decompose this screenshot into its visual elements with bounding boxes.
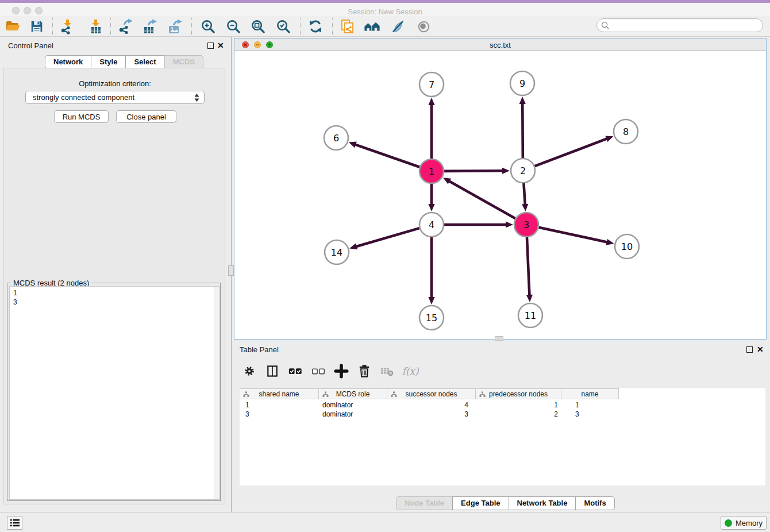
tab-mcds[interactable]: MCDS — [164, 55, 203, 69]
hide-graphics-button[interactable] — [388, 17, 407, 36]
table-row[interactable]: 3 dominator 3 2 3 — [240, 410, 619, 419]
column-header-name[interactable]: name — [561, 389, 619, 399]
tab-network-table[interactable]: Network Table — [509, 496, 576, 510]
home-button[interactable] — [363, 17, 382, 36]
delete-column-button[interactable] — [356, 363, 373, 380]
table-toolbar: f(x) — [240, 359, 765, 383]
graph-edge-4-14[interactable] — [355, 228, 419, 247]
float-panel-icon[interactable] — [207, 43, 214, 49]
import-network-icon — [59, 18, 75, 34]
show-hide-button[interactable] — [414, 17, 433, 36]
deselect-all-columns-button[interactable] — [310, 363, 327, 380]
control-panel: Control Panel ✕ Network Style Select MCD… — [0, 37, 230, 512]
home-icon — [364, 19, 381, 34]
graph-node-label-4: 4 — [429, 219, 434, 230]
horizontal-splitter-handle[interactable] — [495, 336, 503, 341]
graph-edge-3-1[interactable] — [448, 180, 515, 218]
graph-edge-1-6[interactable] — [354, 144, 419, 167]
unchecked-boxes-icon — [311, 364, 326, 379]
tab-style[interactable]: Style — [91, 55, 126, 69]
graph-edge-3-11[interactable] — [527, 237, 530, 296]
graph-edge-1-2[interactable] — [444, 171, 504, 171]
column-header-successor-nodes[interactable]: successor nodes — [387, 389, 476, 399]
window-title: Session: New Session — [0, 7, 770, 16]
cell-shared-name[interactable]: 3 — [240, 410, 319, 419]
table-settings-button[interactable] — [241, 363, 258, 380]
graph-edge-arrowhead — [605, 136, 613, 142]
memory-label: Memory — [736, 519, 763, 527]
cell-predecessor-nodes[interactable]: 1 — [476, 400, 561, 410]
search-input[interactable] — [613, 21, 763, 30]
zoom-fit-button[interactable] — [248, 17, 268, 36]
cell-name[interactable]: 1 — [561, 400, 619, 410]
save-session-button[interactable] — [27, 17, 47, 36]
function-builder-button-disabled: f(x) — [402, 363, 419, 380]
cell-mcds-role[interactable]: dominator — [319, 400, 387, 410]
graph-edge-arrowhead — [349, 244, 357, 250]
criterion-dropdown[interactable]: strongly connected component — [25, 91, 205, 104]
zoom-out-button[interactable] — [224, 17, 243, 36]
column-header-mcds-role[interactable]: MCDS role — [319, 389, 387, 399]
column-header-shared-name[interactable]: shared name — [240, 389, 319, 399]
list-icon — [10, 518, 20, 527]
toolbar-separator — [300, 18, 301, 35]
toggle-panes-button[interactable] — [264, 363, 281, 380]
mcds-result-textarea[interactable]: 1 3 — [9, 286, 220, 500]
export-network-button[interactable] — [116, 17, 135, 36]
graph-edge-3-10[interactable] — [538, 228, 608, 242]
close-panel-icon[interactable]: ✕ — [217, 43, 224, 49]
tab-node-table[interactable]: Node Table — [396, 496, 453, 510]
zoom-selected-button[interactable] — [274, 17, 293, 36]
tab-network[interactable]: Network — [45, 55, 91, 69]
export-network-icon — [117, 18, 133, 34]
cell-successor-nodes[interactable]: 3 — [387, 410, 476, 419]
close-panel-button[interactable]: Close panel — [116, 110, 176, 123]
select-all-columns-button[interactable] — [287, 363, 304, 380]
float-table-panel-icon[interactable] — [746, 346, 753, 353]
tab-motifs[interactable]: Motifs — [575, 496, 614, 510]
graph-edge-2-9[interactable] — [522, 102, 523, 158]
network-canvas[interactable]: 7968124314101511 — [234, 51, 766, 339]
tab-select[interactable]: Select — [125, 55, 164, 69]
graph-edge-2-8[interactable] — [535, 138, 609, 166]
import-network-button[interactable] — [57, 17, 77, 36]
create-column-button[interactable] — [333, 363, 350, 380]
cell-successor-nodes[interactable]: 4 — [387, 400, 476, 410]
toolbar-separator — [110, 18, 111, 35]
result-scrollbar[interactable] — [214, 287, 219, 499]
export-image-icon — [167, 18, 183, 34]
graph-edge-arrowhead — [519, 97, 526, 104]
fx-icon: f(x) — [402, 365, 418, 377]
memory-button[interactable]: Memory — [721, 516, 767, 530]
cell-predecessor-nodes[interactable]: 2 — [476, 410, 561, 419]
result-line: 1 — [10, 288, 219, 298]
graph-node-label-3: 3 — [523, 219, 529, 230]
refresh-button[interactable] — [306, 17, 325, 36]
graph-edge-arrowhead — [506, 221, 513, 228]
show-networks-list-button[interactable] — [7, 516, 22, 530]
cell-mcds-role[interactable]: dominator — [319, 410, 387, 419]
graph-node-label-7: 7 — [429, 79, 434, 90]
graph-edge-2-3[interactable] — [523, 183, 525, 206]
import-table-button[interactable] — [86, 17, 105, 36]
search-box[interactable] — [596, 18, 763, 32]
export-image-button[interactable] — [165, 17, 185, 36]
close-table-panel-icon[interactable]: ✕ — [757, 346, 764, 353]
table-panel-tabs: Node Table Edge Table Network Table Moti… — [396, 496, 615, 510]
cell-shared-name[interactable]: 1 — [240, 400, 319, 410]
table-row[interactable]: 1 dominator 4 1 1 — [240, 400, 619, 410]
cell-name[interactable]: 3 — [561, 410, 619, 419]
open-session-button[interactable] — [3, 17, 22, 36]
tab-edge-table[interactable]: Edge Table — [452, 496, 509, 510]
network-window-titlebar[interactable]: scc.txt — [234, 38, 766, 51]
column-header-predecessor-nodes[interactable]: predecessor nodes — [476, 389, 561, 399]
export-table-button[interactable] — [140, 17, 160, 36]
zoom-in-button[interactable] — [198, 17, 218, 36]
vertical-splitter-handle[interactable] — [228, 265, 234, 276]
network-file-button[interactable] — [338, 17, 357, 36]
column-type-icon — [322, 391, 329, 398]
run-mcds-button[interactable]: Run MCDS — [54, 110, 109, 123]
graph-node-label-8: 8 — [623, 126, 629, 137]
checked-boxes-icon — [288, 364, 303, 379]
status-bar: Memory — [0, 512, 770, 532]
